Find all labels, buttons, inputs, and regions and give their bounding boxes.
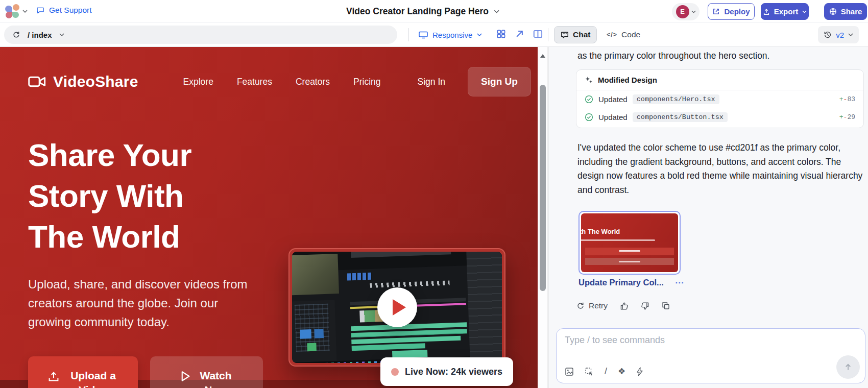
send-button[interactable] [836, 355, 860, 379]
live-badge-label: Live Now: 24k viewers [405, 367, 502, 377]
copy-icon[interactable] [662, 302, 670, 310]
export-button[interactable]: Export [761, 3, 809, 20]
brand-name: VideoShare [53, 73, 138, 90]
slash-command-icon[interactable]: / [605, 366, 607, 377]
refresh-icon[interactable] [12, 31, 20, 39]
deploy-label: Deploy [724, 7, 750, 16]
sign-in-link[interactable]: Sign In [418, 77, 445, 87]
modified-design-title: Modified Design [598, 76, 657, 84]
file-status: Updated [598, 95, 628, 104]
more-options-icon[interactable]: ⋯ [675, 277, 685, 288]
site-brand[interactable]: VideoShare [28, 73, 138, 90]
chat-input[interactable] [565, 335, 857, 346]
app-logo-icon[interactable] [5, 4, 19, 18]
avatar: E [676, 5, 689, 18]
divider [408, 28, 409, 41]
select-element-icon[interactable] [585, 367, 594, 376]
version-link[interactable]: Update Primary Col... [578, 278, 664, 287]
chevron-down-icon [494, 10, 499, 13]
assistant-message: I've updated the color scheme to use #cd… [577, 141, 868, 197]
message-actions: Retry [576, 301, 670, 310]
watch-now-button[interactable]: Watch Now [150, 356, 263, 388]
command-menu-icon[interactable]: ❖ [618, 366, 625, 377]
retry-button[interactable]: Retry [576, 301, 608, 310]
assistant-message-clipped: as the primary color throughout the hero… [577, 49, 866, 63]
chevron-down-icon[interactable] [59, 33, 64, 36]
editor-media-list [466, 252, 502, 363]
editor-preview-photo [292, 254, 339, 296]
app-window: Get Support Video Creator Landing Page H… [0, 0, 868, 388]
grid-view-icon[interactable] [496, 29, 508, 40]
deploy-button[interactable]: Deploy [708, 3, 755, 20]
retry-icon [576, 302, 585, 310]
chat-input-box[interactable]: / ❖ [556, 328, 865, 383]
get-support-link[interactable]: Get Support [36, 6, 92, 15]
nav-pricing[interactable]: Pricing [353, 77, 381, 87]
modified-design-card: Modified Design Updated components/Hero.… [576, 69, 864, 128]
sign-up-button[interactable]: Sign Up [468, 67, 531, 96]
hero-video-card[interactable] [288, 248, 505, 367]
upload-icon [763, 8, 770, 15]
upload-video-button[interactable]: Upload a Video [28, 356, 138, 388]
nav-creators[interactable]: Creators [296, 77, 330, 87]
thumbs-down-icon[interactable] [641, 302, 649, 310]
play-outline-icon [180, 370, 190, 388]
sign-up-label: Sign Up [481, 76, 518, 87]
version-select[interactable]: v2 [818, 26, 859, 43]
upload-video-label: Upload a Video [68, 369, 119, 388]
version-label: v2 [836, 31, 844, 39]
version-thumbnail-preview: th The World [581, 213, 678, 272]
mini-heading: th The World [581, 228, 620, 235]
upload-icon [47, 370, 60, 388]
split-view-icon[interactable] [533, 29, 544, 40]
external-link-icon [712, 8, 720, 15]
tab-code[interactable]: </> Code [600, 26, 646, 43]
file-status: Updated [598, 113, 628, 122]
chat-bubble-icon [561, 31, 569, 39]
globe-icon [829, 8, 837, 15]
scrollbar-thumb[interactable] [540, 85, 546, 291]
version-thumbnail[interactable]: th The World [578, 211, 681, 275]
scroll-up-arrow[interactable] [540, 54, 545, 58]
hero-heading: Share Your Story With The World [28, 135, 191, 257]
monitor-icon [419, 31, 428, 39]
play-button[interactable] [377, 287, 417, 327]
hero-description: Upload, share, and discover videos from … [28, 275, 249, 331]
sparkles-icon [585, 76, 593, 84]
thumbs-up-icon[interactable] [620, 302, 629, 310]
share-button[interactable]: Share [824, 3, 867, 20]
responsive-label: Responsive [432, 31, 472, 39]
page-title: Video Creator Landing Page Hero [346, 6, 489, 17]
video-camera-icon [28, 75, 46, 88]
chevron-down-icon [848, 33, 853, 36]
divider [548, 28, 548, 41]
share-label: Share [841, 7, 862, 16]
editor-transport-controls [370, 281, 450, 288]
url-bar[interactable]: / index [4, 26, 397, 44]
attach-image-icon[interactable] [565, 367, 574, 376]
topbar-actions: E Deploy Export [672, 3, 867, 20]
site-nav: Explore Features Creators Pricing [183, 77, 381, 87]
responsive-select[interactable]: Responsive [419, 26, 482, 43]
chevron-down-icon[interactable] [22, 10, 28, 13]
watch-now-label: Watch Now [199, 369, 233, 388]
preview-scrollbar[interactable] [538, 47, 548, 388]
nav-explore[interactable]: Explore [183, 77, 213, 87]
tab-chat[interactable]: Chat [554, 26, 597, 43]
chevron-down-icon [477, 33, 482, 36]
check-circle-icon [585, 113, 593, 122]
lightning-icon[interactable] [636, 367, 643, 376]
check-circle-icon [585, 95, 593, 104]
open-in-new-icon[interactable] [515, 29, 526, 40]
file-change-row[interactable]: Updated components/Button.tsx +-29 [576, 108, 863, 128]
code-icon: </> [607, 31, 617, 38]
history-icon [824, 31, 832, 39]
file-change-row[interactable]: Updated components/Hero.tsx +-83 [576, 90, 863, 108]
file-path: components/Hero.tsx [633, 94, 719, 104]
account-menu[interactable]: E [672, 3, 700, 20]
support-chat-icon [36, 6, 45, 15]
project-title-group[interactable]: Video Creator Landing Page Hero [346, 0, 499, 22]
site-header: VideoShare Explore Features Creators Pri… [28, 65, 531, 98]
chevron-down-icon [691, 10, 696, 13]
nav-features[interactable]: Features [237, 77, 272, 87]
